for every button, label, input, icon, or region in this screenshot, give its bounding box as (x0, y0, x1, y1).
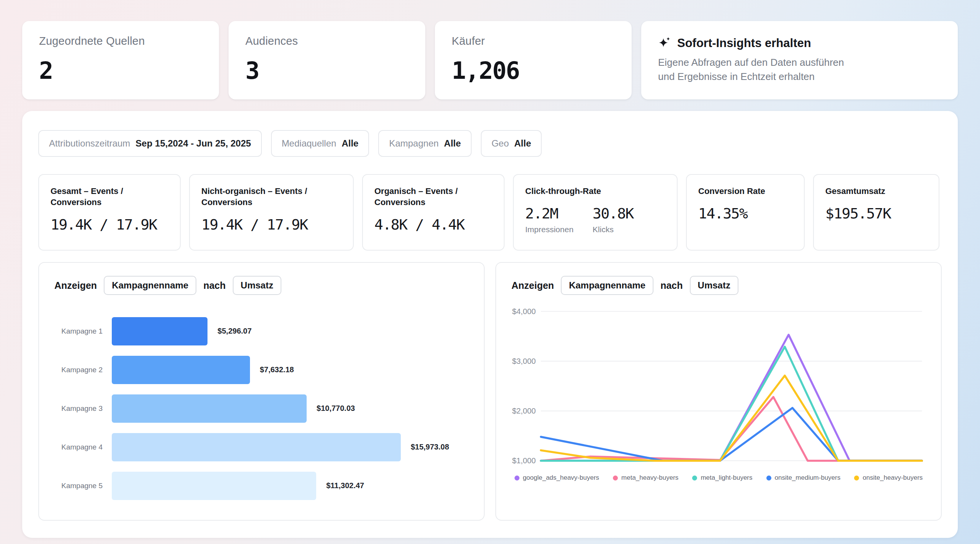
y-axis-tick-label: $2,000 (512, 407, 536, 415)
stats-row: Zugeordnete Quellen 2 Audiences 3 Käufer… (0, 0, 980, 99)
metric-title: Nicht-organisch – Events / Conversions (201, 186, 341, 208)
filter-label: Mediaquellen (282, 138, 336, 149)
metric-card-organic-events: Organisch – Events / Conversions 4.8K / … (362, 174, 505, 251)
bar-track: $15,973.08 (112, 433, 469, 461)
bar-category-label: Kampagne 5 (54, 482, 112, 490)
legend-label: meta_heavy-buyers (621, 474, 678, 482)
clicks-label: Klicks (593, 225, 634, 234)
legend-dot-icon (692, 476, 697, 480)
metric-title: Conversion Rate (698, 186, 792, 197)
legend-item[interactable]: onsite_heavy-buyers (854, 474, 923, 482)
stat-label: Käufer (452, 35, 615, 47)
metric-title: Click-through-Rate (525, 186, 665, 197)
bar-track: $11,302.47 (112, 472, 469, 500)
bar (112, 356, 250, 384)
y-axis-tick-label: $3,000 (512, 357, 536, 365)
bar-value-label: $5,296.07 (217, 327, 252, 336)
line-chart-card: Anzeigen Kampagnenname nach Umsatz $1,00… (495, 262, 942, 521)
legend-item[interactable]: meta_light-buyers (692, 474, 752, 482)
bar-row: Kampagne 4$15,973.08 (54, 428, 469, 466)
dimension-select[interactable]: Kampagnenname (104, 276, 196, 295)
bar-track: $10,770.03 (112, 394, 469, 423)
instant-insights-card[interactable]: Sofort-Insights erhalten Eigene Abfragen… (641, 21, 958, 99)
sparkle-icon (658, 37, 671, 50)
bar (112, 433, 401, 461)
bar (112, 472, 316, 500)
metric-value: 19.4K / 17.9K (51, 216, 168, 233)
line-series-onsite_medium-buyers (541, 408, 922, 461)
measure-select[interactable]: Umsatz (690, 276, 738, 295)
filter-media-sources[interactable]: Mediaquellen Alle (271, 130, 369, 157)
line-chart-header: Anzeigen Kampagnenname nach Umsatz (511, 276, 926, 295)
clicks-value: 30.8K (593, 205, 634, 222)
legend-dot-icon (854, 476, 859, 480)
metric-title: Gesamtumsatz (825, 186, 927, 197)
stat-card-buyers: Käufer 1,206 (435, 21, 632, 99)
insights-subtitle: Eigene Abfragen auf den Daten ausführen … (658, 55, 941, 84)
y-axis-tick-label: $1,000 (512, 456, 536, 465)
filter-geo[interactable]: Geo Alle (481, 130, 542, 157)
bar-category-label: Kampagne 1 (54, 327, 112, 336)
metric-value: $195.57K (825, 205, 927, 222)
bar-row: Kampagne 2$7,632.18 (54, 350, 469, 389)
line-chart: $1,000$2,000$3,000$4,000 (511, 300, 926, 472)
bar-chart-header: Anzeigen Kampagnenname nach Umsatz (54, 276, 469, 295)
measure-select[interactable]: Umsatz (233, 276, 281, 295)
line-chart-canvas: $1,000$2,000$3,000$4,000 (511, 300, 926, 472)
metric-card-ctr: Click-through-Rate 2.2M Impressionen 30.… (513, 174, 678, 251)
stat-value: 2 (39, 57, 202, 85)
line-chart-legend: google_ads_heavy-buyersmeta_heavy-buyers… (511, 474, 926, 482)
bar-value-label: $15,973.08 (411, 443, 449, 451)
y-axis-tick-label: $4,000 (512, 307, 536, 316)
line-series-meta_light-buyers (541, 347, 922, 461)
metric-title: Organisch – Events / Conversions (374, 186, 492, 208)
by-label: nach (203, 280, 225, 291)
main-panel: Attributionszeitraum Sep 15,2024 - Jun 2… (22, 111, 958, 538)
metric-card-conversion-rate: Conversion Rate 14.35% (686, 174, 805, 251)
filter-label: Kampagnen (389, 138, 438, 149)
filter-campaigns[interactable]: Kampagnen Alle (378, 130, 471, 157)
filter-value: Alle (514, 138, 531, 149)
filter-value: Alle (341, 138, 358, 149)
dimension-select[interactable]: Kampagnenname (561, 276, 653, 295)
legend-label: onsite_heavy-buyers (862, 474, 923, 482)
stat-label: Zugeordnete Quellen (39, 35, 202, 47)
bar-row: Kampagne 3$10,770.03 (54, 389, 469, 428)
stat-card-attributed-sources: Zugeordnete Quellen 2 (22, 21, 219, 99)
metric-title: Gesamt – Events / Conversions (51, 186, 168, 208)
insights-title: Sofort-Insights erhalten (677, 36, 811, 50)
bar-chart: Kampagne 1$5,296.07Kampagne 2$7,632.18Ka… (54, 312, 469, 505)
legend-item[interactable]: google_ads_heavy-buyers (514, 474, 599, 482)
ctr-clicks: 30.8K Klicks (593, 205, 634, 234)
bar-row: Kampagne 1$5,296.07 (54, 312, 469, 350)
legend-dot-icon (766, 476, 771, 480)
bar-category-label: Kampagne 2 (54, 366, 112, 374)
charts-row: Anzeigen Kampagnenname nach Umsatz Kampa… (38, 262, 942, 521)
metric-card-total-events: Gesamt – Events / Conversions 19.4K / 17… (38, 174, 181, 251)
legend-dot-icon (613, 476, 618, 480)
bar-track: $7,632.18 (112, 356, 469, 384)
metric-value: 19.4K / 17.9K (201, 216, 341, 233)
filter-value: Sep 15,2024 - Jun 25, 2025 (136, 138, 251, 149)
legend-label: google_ads_heavy-buyers (523, 474, 599, 482)
dashboard-page: Zugeordnete Quellen 2 Audiences 3 Käufer… (0, 0, 980, 544)
metric-card-nonorganic-events: Nicht-organisch – Events / Conversions 1… (189, 174, 354, 251)
metric-card-revenue: Gesamtumsatz $195.57K (813, 174, 939, 251)
filter-row: Attributionszeitraum Sep 15,2024 - Jun 2… (38, 130, 942, 157)
metric-row: Gesamt – Events / Conversions 19.4K / 17… (38, 174, 942, 251)
bar-category-label: Kampagne 3 (54, 404, 112, 413)
stat-value: 3 (245, 57, 408, 85)
filter-attribution-window[interactable]: Attributionszeitraum Sep 15,2024 - Jun 2… (38, 130, 262, 157)
bar-category-label: Kampagne 4 (54, 443, 112, 451)
by-label: nach (660, 280, 683, 291)
filter-label: Attributionszeitraum (49, 138, 130, 149)
legend-label: onsite_medium-buyers (775, 474, 841, 482)
filter-value: Alle (444, 138, 461, 149)
metric-value: 14.35% (698, 205, 792, 222)
bar-value-label: $11,302.47 (326, 481, 364, 490)
bar (112, 317, 207, 345)
impressions-label: Impressionen (525, 225, 573, 234)
legend-item[interactable]: meta_heavy-buyers (613, 474, 678, 482)
show-label: Anzeigen (511, 280, 554, 291)
legend-item[interactable]: onsite_medium-buyers (766, 474, 841, 482)
